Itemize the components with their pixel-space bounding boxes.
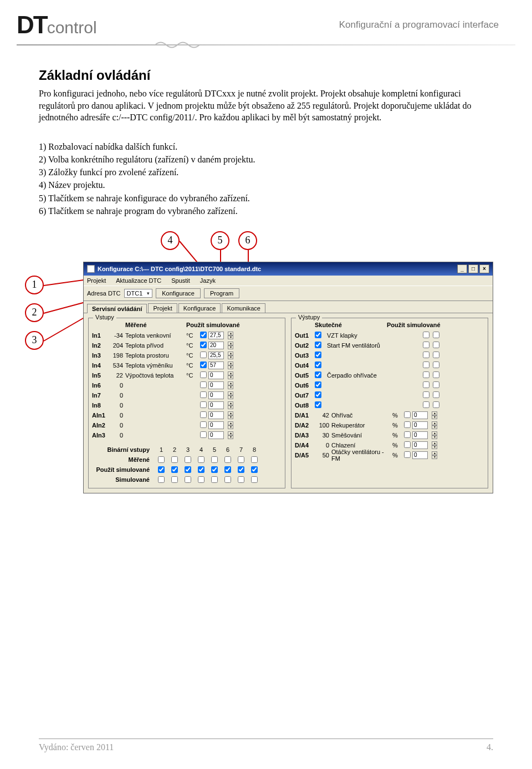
sim-input[interactable] (208, 431, 224, 439)
tab-komunikace[interactable]: Komunikace (222, 303, 265, 313)
da-sim-checkbox[interactable] (404, 421, 411, 428)
bin-checkbox[interactable] (171, 476, 178, 483)
spinner[interactable]: ▴▾ (228, 391, 233, 399)
use-sim-checkbox[interactable] (200, 342, 207, 348)
use-sim-checkbox[interactable] (200, 361, 207, 368)
sim-input[interactable] (208, 421, 224, 429)
da-sim-input[interactable] (412, 451, 428, 459)
out-sim-checkbox[interactable] (423, 381, 429, 388)
menu-projekt[interactable]: Projekt (87, 277, 106, 284)
spinner[interactable]: ▴▾ (228, 352, 233, 359)
out-sim-checkbox2[interactable] (433, 401, 439, 408)
bin-checkbox[interactable] (250, 456, 258, 463)
use-sim-checkbox[interactable] (200, 381, 207, 388)
sim-input[interactable] (208, 342, 224, 349)
spinner[interactable]: ▴▾ (228, 361, 233, 369)
out-checkbox[interactable] (315, 361, 321, 368)
bin-checkbox[interactable] (211, 466, 218, 473)
menu-spustit[interactable]: Spustit (171, 277, 190, 284)
spinner[interactable]: ▴▾ (228, 411, 233, 419)
sim-input[interactable] (208, 371, 224, 379)
use-sim-checkbox[interactable] (200, 401, 207, 408)
out-checkbox[interactable] (315, 401, 321, 408)
addr-select[interactable]: DTC1 (124, 289, 153, 298)
bin-checkbox[interactable] (157, 476, 165, 483)
close-button[interactable]: × (479, 264, 489, 273)
out-sim-checkbox2[interactable] (433, 371, 439, 378)
bin-checkbox[interactable] (171, 466, 178, 473)
sim-input[interactable] (208, 332, 224, 339)
bin-checkbox[interactable] (224, 456, 232, 463)
use-sim-checkbox[interactable] (200, 411, 207, 418)
da-sim-checkbox[interactable] (404, 441, 411, 448)
out-checkbox[interactable] (315, 371, 321, 378)
bin-checkbox[interactable] (211, 476, 218, 483)
spinner[interactable]: ▴▾ (228, 421, 233, 429)
bin-checkbox[interactable] (250, 476, 258, 483)
bin-checkbox[interactable] (197, 456, 205, 463)
spinner[interactable]: ▴▾ (228, 401, 233, 409)
use-sim-checkbox[interactable] (200, 431, 207, 438)
tab-projekt[interactable]: Projekt (148, 303, 177, 313)
bin-checkbox[interactable] (184, 456, 192, 463)
spinner[interactable]: ▴▾ (432, 451, 437, 459)
bin-checkbox[interactable] (197, 476, 205, 483)
da-sim-input[interactable] (412, 411, 428, 419)
menu-jazyk[interactable]: Jazyk (200, 277, 216, 284)
out-checkbox[interactable] (315, 391, 321, 398)
program-button[interactable]: Program (204, 288, 239, 298)
da-sim-checkbox[interactable] (404, 451, 411, 458)
out-checkbox[interactable] (315, 332, 321, 338)
sim-input[interactable] (208, 411, 224, 419)
out-checkbox[interactable] (315, 381, 321, 388)
menu-aktualizace[interactable]: Aktualizace DTC (116, 277, 161, 284)
da-sim-input[interactable] (412, 441, 428, 449)
out-sim-checkbox2[interactable] (433, 342, 439, 348)
da-sim-checkbox[interactable] (404, 431, 411, 438)
out-sim-checkbox[interactable] (423, 352, 429, 358)
out-sim-checkbox2[interactable] (433, 352, 439, 358)
da-sim-input[interactable] (412, 421, 428, 429)
sim-input[interactable] (208, 401, 224, 409)
sim-input[interactable] (208, 352, 224, 359)
bin-checkbox[interactable] (250, 466, 258, 473)
spinner[interactable]: ▴▾ (228, 381, 233, 389)
out-sim-checkbox[interactable] (423, 401, 429, 408)
sim-input[interactable] (208, 391, 224, 399)
minimize-button[interactable]: _ (457, 264, 467, 273)
da-sim-checkbox[interactable] (404, 411, 411, 418)
bin-checkbox[interactable] (184, 466, 192, 473)
bin-checkbox[interactable] (157, 456, 165, 463)
spinner[interactable]: ▴▾ (228, 431, 233, 439)
bin-checkbox[interactable] (157, 466, 165, 473)
spinner[interactable]: ▴▾ (432, 421, 437, 429)
spinner[interactable]: ▴▾ (432, 411, 437, 419)
spinner[interactable]: ▴▾ (228, 332, 233, 339)
bin-checkbox[interactable] (237, 476, 245, 483)
da-sim-input[interactable] (412, 431, 428, 439)
out-sim-checkbox2[interactable] (433, 391, 439, 398)
config-button[interactable]: Konfigurace (156, 288, 201, 298)
out-sim-checkbox[interactable] (423, 371, 429, 378)
out-sim-checkbox[interactable] (423, 342, 429, 348)
use-sim-checkbox[interactable] (200, 391, 207, 398)
spinner[interactable]: ▴▾ (228, 371, 233, 379)
out-checkbox[interactable] (315, 342, 321, 348)
out-sim-checkbox[interactable] (423, 391, 429, 398)
bin-checkbox[interactable] (224, 476, 232, 483)
out-sim-checkbox[interactable] (423, 361, 429, 368)
out-sim-checkbox2[interactable] (433, 361, 439, 368)
tab-servisni[interactable]: Servisní ovládání (87, 304, 147, 313)
spinner[interactable]: ▴▾ (228, 342, 233, 349)
bin-checkbox[interactable] (211, 456, 218, 463)
out-sim-checkbox[interactable] (423, 332, 429, 338)
bin-checkbox[interactable] (171, 456, 178, 463)
tab-konfigurace[interactable]: Konfigurace (178, 303, 221, 313)
use-sim-checkbox[interactable] (200, 371, 207, 378)
use-sim-checkbox[interactable] (200, 352, 207, 358)
bin-checkbox[interactable] (184, 476, 192, 483)
maximize-button[interactable]: □ (468, 264, 478, 273)
bin-checkbox[interactable] (237, 456, 245, 463)
out-sim-checkbox2[interactable] (433, 381, 439, 388)
spinner[interactable]: ▴▾ (432, 441, 437, 449)
